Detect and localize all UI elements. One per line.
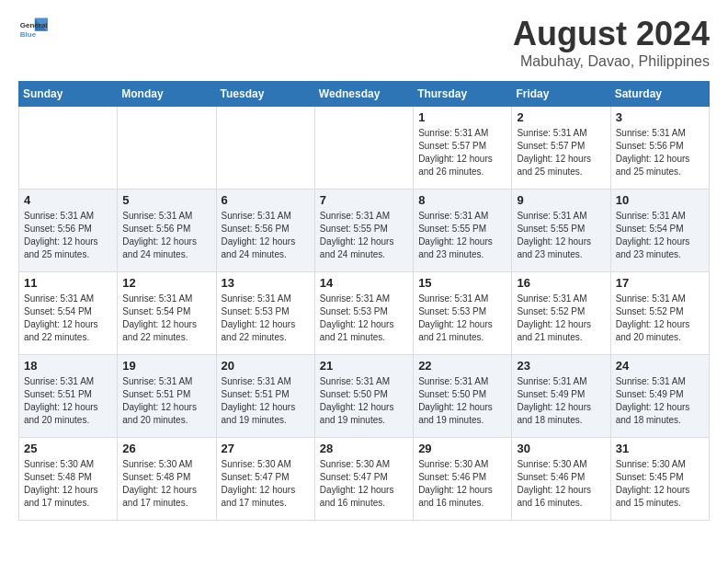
day-number: 9 — [517, 193, 605, 207]
day-cell: 6Sunrise: 5:31 AM Sunset: 5:56 PM Daylig… — [216, 190, 314, 272]
day-info: Sunrise: 5:31 AM Sunset: 5:53 PM Dayligh… — [222, 293, 310, 344]
day-number: 17 — [616, 276, 704, 290]
day-number: 20 — [222, 359, 310, 373]
day-cell: 30Sunrise: 5:30 AM Sunset: 5:46 PM Dayli… — [512, 438, 610, 521]
logo: General Blue — [18, 15, 48, 44]
svg-text:General: General — [20, 21, 48, 29]
day-number: 31 — [616, 442, 704, 455]
day-cell: 17Sunrise: 5:31 AM Sunset: 5:52 PM Dayli… — [610, 272, 709, 355]
day-number: 11 — [24, 276, 112, 290]
col-monday: Monday — [118, 82, 216, 107]
day-cell: 10Sunrise: 5:31 AM Sunset: 5:54 PM Dayli… — [610, 190, 709, 272]
day-info: Sunrise: 5:31 AM Sunset: 5:55 PM Dayligh… — [418, 210, 506, 261]
svg-text:Blue: Blue — [20, 30, 37, 39]
day-info: Sunrise: 5:30 AM Sunset: 5:48 PM Dayligh… — [24, 458, 112, 510]
day-number: 2 — [517, 110, 605, 124]
day-number: 29 — [418, 442, 506, 455]
day-number: 21 — [320, 359, 408, 373]
day-info: Sunrise: 5:31 AM Sunset: 5:49 PM Dayligh… — [616, 375, 704, 427]
day-cell: 12Sunrise: 5:31 AM Sunset: 5:54 PM Dayli… — [118, 272, 216, 355]
week-row-2: 4Sunrise: 5:31 AM Sunset: 5:56 PM Daylig… — [19, 190, 710, 272]
day-info: Sunrise: 5:31 AM Sunset: 5:51 PM Dayligh… — [122, 375, 210, 427]
day-number: 18 — [24, 359, 112, 373]
day-info: Sunrise: 5:30 AM Sunset: 5:47 PM Dayligh… — [222, 458, 310, 510]
day-number: 16 — [517, 276, 605, 290]
day-number: 15 — [418, 276, 506, 290]
day-number: 26 — [122, 442, 210, 455]
page-container: General Blue August 2024 Mabuhay, Davao,… — [0, 0, 728, 535]
day-cell: 5Sunrise: 5:31 AM Sunset: 5:56 PM Daylig… — [118, 190, 216, 272]
day-number: 22 — [418, 359, 506, 373]
day-info: Sunrise: 5:31 AM Sunset: 5:53 PM Dayligh… — [418, 293, 506, 344]
day-cell: 16Sunrise: 5:31 AM Sunset: 5:52 PM Dayli… — [512, 272, 610, 355]
col-friday: Friday — [512, 82, 610, 107]
day-cell: 23Sunrise: 5:31 AM Sunset: 5:49 PM Dayli… — [512, 355, 610, 438]
day-cell: 11Sunrise: 5:31 AM Sunset: 5:54 PM Dayli… — [19, 272, 118, 355]
day-number: 10 — [616, 193, 704, 207]
day-info: Sunrise: 5:30 AM Sunset: 5:48 PM Dayligh… — [122, 458, 210, 510]
day-number: 25 — [24, 442, 112, 455]
day-cell: 21Sunrise: 5:31 AM Sunset: 5:50 PM Dayli… — [314, 355, 413, 438]
day-number: 4 — [24, 193, 112, 207]
day-info: Sunrise: 5:30 AM Sunset: 5:45 PM Dayligh… — [616, 458, 704, 510]
day-number: 6 — [222, 193, 310, 207]
day-info: Sunrise: 5:31 AM Sunset: 5:54 PM Dayligh… — [616, 210, 704, 261]
day-info: Sunrise: 5:31 AM Sunset: 5:53 PM Dayligh… — [320, 293, 408, 344]
day-cell — [19, 107, 118, 190]
day-cell: 15Sunrise: 5:31 AM Sunset: 5:53 PM Dayli… — [414, 272, 512, 355]
week-row-4: 18Sunrise: 5:31 AM Sunset: 5:51 PM Dayli… — [19, 355, 710, 438]
calendar-title: August 2024 — [513, 15, 710, 53]
day-number: 5 — [122, 193, 210, 207]
day-number: 28 — [320, 442, 408, 455]
day-info: Sunrise: 5:31 AM Sunset: 5:54 PM Dayligh… — [24, 293, 112, 344]
day-cell — [118, 107, 216, 190]
calendar-table: Sunday Monday Tuesday Wednesday Thursday… — [18, 81, 710, 521]
day-info: Sunrise: 5:31 AM Sunset: 5:49 PM Dayligh… — [517, 375, 605, 427]
header-row: Sunday Monday Tuesday Wednesday Thursday… — [19, 82, 710, 107]
day-cell: 2Sunrise: 5:31 AM Sunset: 5:57 PM Daylig… — [512, 107, 610, 190]
day-number: 19 — [122, 359, 210, 373]
day-cell: 25Sunrise: 5:30 AM Sunset: 5:48 PM Dayli… — [19, 438, 118, 521]
day-info: Sunrise: 5:31 AM Sunset: 5:52 PM Dayligh… — [517, 293, 605, 344]
day-info: Sunrise: 5:31 AM Sunset: 5:50 PM Dayligh… — [320, 375, 408, 427]
day-cell: 4Sunrise: 5:31 AM Sunset: 5:56 PM Daylig… — [19, 190, 118, 272]
week-row-5: 25Sunrise: 5:30 AM Sunset: 5:48 PM Dayli… — [19, 438, 710, 521]
day-cell: 28Sunrise: 5:30 AM Sunset: 5:47 PM Dayli… — [314, 438, 413, 521]
day-number: 12 — [122, 276, 210, 290]
header: General Blue August 2024 Mabuhay, Davao,… — [18, 15, 710, 70]
day-number: 14 — [320, 276, 408, 290]
day-cell: 13Sunrise: 5:31 AM Sunset: 5:53 PM Dayli… — [216, 272, 314, 355]
day-info: Sunrise: 5:31 AM Sunset: 5:56 PM Dayligh… — [122, 210, 210, 261]
day-cell: 1Sunrise: 5:31 AM Sunset: 5:57 PM Daylig… — [414, 107, 512, 190]
day-cell: 19Sunrise: 5:31 AM Sunset: 5:51 PM Dayli… — [118, 355, 216, 438]
day-info: Sunrise: 5:31 AM Sunset: 5:52 PM Dayligh… — [616, 293, 704, 344]
day-cell: 20Sunrise: 5:31 AM Sunset: 5:51 PM Dayli… — [216, 355, 314, 438]
day-info: Sunrise: 5:31 AM Sunset: 5:55 PM Dayligh… — [320, 210, 408, 261]
day-cell: 3Sunrise: 5:31 AM Sunset: 5:56 PM Daylig… — [610, 107, 709, 190]
day-cell: 14Sunrise: 5:31 AM Sunset: 5:53 PM Dayli… — [314, 272, 413, 355]
day-info: Sunrise: 5:31 AM Sunset: 5:56 PM Dayligh… — [616, 127, 704, 178]
day-number: 23 — [517, 359, 605, 373]
day-number: 1 — [418, 110, 506, 124]
day-number: 8 — [418, 193, 506, 207]
day-info: Sunrise: 5:30 AM Sunset: 5:47 PM Dayligh… — [320, 458, 408, 510]
day-info: Sunrise: 5:30 AM Sunset: 5:46 PM Dayligh… — [517, 458, 605, 510]
day-cell: 29Sunrise: 5:30 AM Sunset: 5:46 PM Dayli… — [414, 438, 512, 521]
day-info: Sunrise: 5:31 AM Sunset: 5:50 PM Dayligh… — [418, 375, 506, 427]
day-number: 3 — [616, 110, 704, 124]
day-info: Sunrise: 5:31 AM Sunset: 5:54 PM Dayligh… — [122, 293, 210, 344]
day-info: Sunrise: 5:30 AM Sunset: 5:46 PM Dayligh… — [418, 458, 506, 510]
calendar-subtitle: Mabuhay, Davao, Philippines — [513, 53, 710, 70]
day-number: 24 — [616, 359, 704, 373]
day-cell — [314, 107, 413, 190]
day-number: 13 — [222, 276, 310, 290]
day-cell: 9Sunrise: 5:31 AM Sunset: 5:55 PM Daylig… — [512, 190, 610, 272]
day-number: 27 — [222, 442, 310, 455]
col-tuesday: Tuesday — [216, 82, 314, 107]
col-saturday: Saturday — [610, 82, 709, 107]
logo-icon: General Blue — [18, 15, 48, 44]
day-info: Sunrise: 5:31 AM Sunset: 5:57 PM Dayligh… — [418, 127, 506, 178]
day-number: 7 — [320, 193, 408, 207]
day-info: Sunrise: 5:31 AM Sunset: 5:56 PM Dayligh… — [222, 210, 310, 261]
day-cell: 31Sunrise: 5:30 AM Sunset: 5:45 PM Dayli… — [610, 438, 709, 521]
